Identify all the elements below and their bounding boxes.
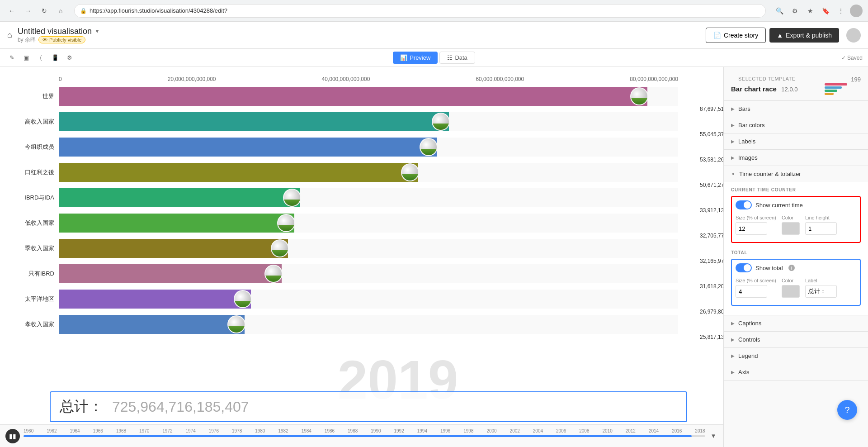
line-height-input[interactable] (805, 222, 837, 235)
more-icon[interactable]: ⋮ (835, 5, 847, 17)
help-button[interactable]: ? (837, 400, 857, 420)
bar-label: 高收入国家 (9, 118, 59, 126)
accordion-arrow-bars: ▶ (731, 106, 735, 111)
accordion-arrow-images: ▶ (731, 155, 735, 160)
bar-fill (59, 239, 288, 258)
timeline-progress (24, 435, 692, 437)
chart-icon: 📊 (400, 54, 407, 61)
preview-tab[interactable]: 📊 Preview (393, 52, 438, 64)
timeline-year-label: 1966 (93, 428, 103, 433)
line-height-label: Line height (805, 215, 837, 220)
accordion-header-images[interactable]: ▶Images (724, 150, 868, 166)
bar-label: 低收入国家 (9, 219, 59, 227)
story-icon: 📄 (713, 32, 721, 39)
accordion-header-bar-colors[interactable]: ▶Bar colors (724, 117, 868, 133)
extensions-icon[interactable]: ⚙ (788, 5, 801, 17)
home-button[interactable]: ⌂ (54, 5, 67, 17)
forward-button[interactable]: → (22, 5, 34, 17)
total-label-input[interactable] (805, 285, 837, 298)
accordion-header-bars[interactable]: ▶Bars (724, 101, 868, 117)
size-input[interactable] (736, 222, 767, 235)
pause-button[interactable]: ▮▮ (5, 429, 20, 443)
back-button[interactable]: ← (5, 5, 18, 17)
accordion-header-captions[interactable]: ▶Captions (724, 315, 868, 331)
size-setting: Size (% of screen) (736, 215, 776, 235)
bar-value: 50,671,271,399,767 (700, 182, 723, 188)
bar-row: 季收入国家32,165,979,692,375 (59, 239, 678, 258)
search-icon[interactable]: 🔍 (773, 5, 786, 17)
accordion-label-controls: Controls (738, 336, 760, 343)
bookmark-icon[interactable]: ★ (804, 5, 816, 17)
bar-value: 32,165,979,692,375 (700, 258, 723, 264)
accordion-content-time-counter: CURRENT TIME COUNTERShow current timeSiz… (724, 182, 868, 315)
chart-area: 0 20,000,000,000,000 40,000,000,000,000 … (0, 67, 723, 447)
bar-value: 25,817,130,358,728 (700, 334, 723, 340)
timeline-track[interactable] (24, 435, 705, 437)
accordion-item-labels: ▶Labels (724, 133, 868, 150)
settings-icon[interactable]: ⚙ (63, 52, 76, 64)
desktop-icon[interactable]: ▣ (20, 52, 33, 64)
accordion-header-labels[interactable]: ▶Labels (724, 133, 868, 149)
home-icon[interactable]: ⌂ (7, 30, 12, 40)
timeline-year-label: 1986 (325, 428, 335, 433)
create-story-button[interactable]: 📄 Create story (706, 28, 766, 43)
timeline-year-label: 1962 (47, 428, 57, 433)
show-total-toggle[interactable] (736, 263, 752, 272)
template-header: Selected template Bar chart race 12.0.0 … (724, 72, 868, 101)
bar-label: IBRD与IDA (9, 194, 59, 202)
timeline-year-label: 1980 (255, 428, 265, 433)
show-current-time-toggle[interactable] (736, 200, 752, 209)
color-setting: Color (782, 215, 800, 235)
title-dropdown-arrow[interactable]: ▼ (94, 28, 100, 34)
bar-label: 只有IBRD (9, 270, 59, 278)
accordion-arrow-axis: ▶ (731, 370, 735, 375)
total-label: 总计： (60, 397, 103, 417)
timeline-track-container: 1960196219641966196819701972197419761978… (24, 435, 705, 437)
bar-container: 53,581,268,885,789 (59, 138, 678, 157)
favorites-icon[interactable]: 🔖 (819, 5, 832, 17)
bar-row: 口红利之後50,671,271,399,767 (59, 163, 678, 182)
timeline-year-label: 1978 (232, 428, 242, 433)
accordion-header-time-counter[interactable]: ▼Time counter & totalizer (724, 166, 868, 182)
total-size-input[interactable] (736, 285, 767, 298)
accordion-label-captions: Captions (738, 320, 761, 327)
bar-container: 31,618,204,428,932 (59, 264, 678, 283)
pencil-icon[interactable]: ✎ (5, 52, 18, 64)
bar-avatar (264, 265, 283, 283)
reload-button[interactable]: ↻ (38, 5, 51, 17)
user-avatar (846, 28, 861, 43)
mobile-icon[interactable]: 📱 (49, 52, 61, 64)
timeline-year-label: 2002 (510, 428, 520, 433)
accordion-item-captions: ▶Captions (724, 315, 868, 332)
bar-avatar (227, 315, 245, 333)
timeline-dropdown-button[interactable]: ▼ (709, 432, 718, 441)
timeline-labels: 1960196219641966196819701972197419761978… (24, 428, 705, 435)
accordion-header-controls[interactable]: ▶Controls (724, 332, 868, 347)
toolbar-left: ✎ ▣ 〈 📱 ⚙ (5, 52, 391, 64)
accordion-header-legend[interactable]: ▶Legend (724, 348, 868, 364)
bar-label: 世界 (9, 92, 59, 100)
data-tab[interactable]: ☷ Data (439, 52, 475, 64)
bar-avatar (234, 290, 252, 308)
accordion-header-axis[interactable]: ▶Axis (724, 364, 868, 380)
info-icon: i (788, 265, 795, 271)
timeline-year-label: 1972 (162, 428, 172, 433)
bar-avatar (420, 138, 438, 156)
timeline-year-label: 1960 (24, 428, 33, 433)
total-label-label: Label (805, 278, 837, 283)
vis-title-text: Untitled visualisation (18, 27, 92, 36)
bar-avatar (630, 87, 648, 105)
publicly-visible-badge: 👁 Publicly visible (38, 36, 86, 43)
accordion-arrow-labels: ▶ (731, 139, 735, 144)
total-color-swatch[interactable] (782, 285, 800, 298)
accordion-item-bar-colors: ▶Bar colors (724, 117, 868, 133)
address-bar[interactable]: 🔒 https://app.flourish.studio/visualisat… (74, 4, 766, 18)
tablet-icon[interactable]: 〈 (34, 52, 47, 64)
timeline-year-label: 1988 (348, 428, 358, 433)
export-publish-button[interactable]: ▲ Export & publish (769, 28, 839, 43)
timeline-year-label: 1970 (139, 428, 149, 433)
color-swatch[interactable] (782, 222, 800, 235)
title-area: Untitled visualisation ▼ by 余晖 👁 Publicl… (18, 27, 706, 44)
show-total-label: Show total (755, 265, 783, 271)
saved-indicator: ✓ Saved (841, 55, 863, 61)
